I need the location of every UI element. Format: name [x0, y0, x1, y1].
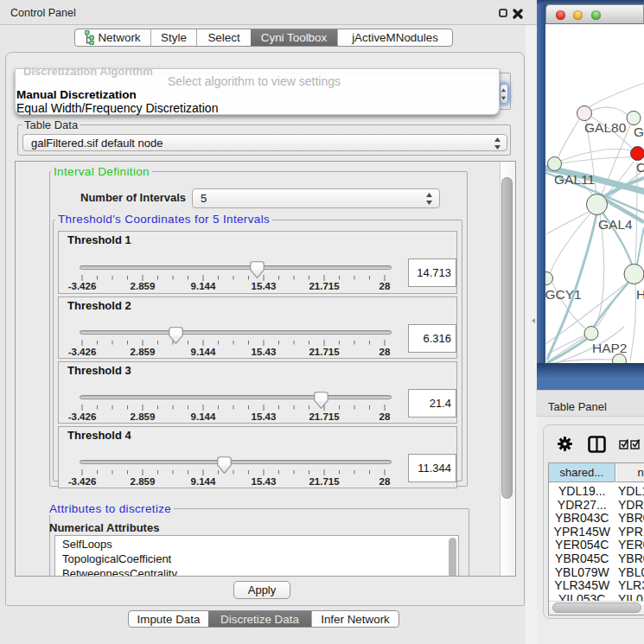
svg-text:H: H: [636, 287, 644, 302]
svg-text:GA: GA: [634, 124, 644, 139]
svg-text:GCY1: GCY1: [545, 287, 582, 302]
svg-text:HAP2: HAP2: [592, 341, 628, 355]
svg-text:GAL80: GAL80: [584, 120, 627, 135]
svg-text:GAL4: GAL4: [598, 217, 633, 232]
svg-text:CB: CB: [636, 160, 644, 175]
svg-text:GAL11: GAL11: [554, 172, 595, 187]
